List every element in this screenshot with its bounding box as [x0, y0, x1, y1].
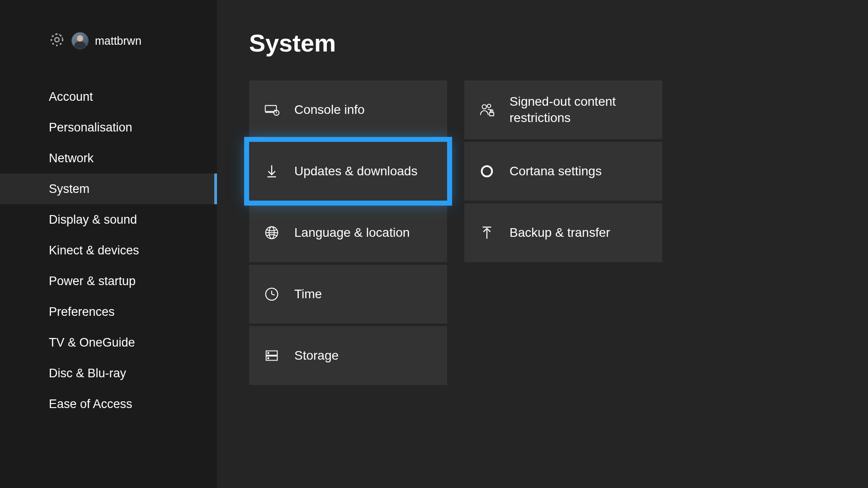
sidebar-item-label: Personalisation — [49, 121, 132, 135]
svg-line-12 — [272, 294, 275, 295]
tile-time[interactable]: Time — [249, 265, 447, 324]
people-lock-icon — [464, 101, 509, 118]
sidebar-item-personalisation[interactable]: Personalisation — [0, 112, 217, 143]
tile-updates-downloads[interactable]: Updates & downloads — [249, 142, 447, 201]
svg-point-0 — [55, 38, 59, 42]
sidebar-item-kinect-devices[interactable]: Kinect & devices — [0, 235, 217, 266]
sidebar-item-tv-oneguide[interactable]: TV & OneGuide — [0, 327, 217, 358]
svg-point-18 — [487, 104, 491, 108]
svg-point-15 — [268, 352, 269, 353]
sidebar-item-label: TV & OneGuide — [49, 336, 135, 350]
tile-label: Language & location — [294, 225, 419, 241]
tile-cortana-settings[interactable]: Cortana settings — [464, 142, 662, 201]
main-content: System Console info — [217, 0, 868, 488]
sidebar-item-label: Disc & Blu-ray — [49, 366, 126, 380]
sidebar-item-label: Preferences — [49, 305, 115, 319]
storage-icon — [249, 347, 294, 364]
svg-point-17 — [482, 105, 487, 109]
nav-list: Account Personalisation Network System D… — [0, 81, 217, 419]
tile-label: Cortana settings — [509, 163, 611, 179]
sidebar: mattbrwn Account Personalisation Network… — [0, 0, 217, 488]
svg-point-20 — [482, 166, 492, 177]
cortana-circle-icon — [464, 163, 509, 180]
tile-grid: Console info Updates & downloads — [249, 80, 868, 385]
svg-rect-19 — [490, 113, 494, 116]
avatar[interactable] — [71, 32, 89, 49]
sidebar-item-label: Ease of Access — [49, 397, 132, 411]
sidebar-item-system[interactable]: System — [0, 174, 217, 204]
page-title: System — [249, 29, 868, 57]
tile-label: Backup & transfer — [509, 225, 619, 241]
tile-label: Console info — [294, 102, 374, 118]
globe-icon — [249, 224, 294, 241]
sidebar-item-label: Kinect & devices — [49, 244, 139, 258]
svg-point-16 — [268, 357, 269, 358]
tile-storage[interactable]: Storage — [249, 326, 447, 385]
sidebar-item-label: Network — [49, 151, 94, 165]
sidebar-item-disc-bluray[interactable]: Disc & Blu-ray — [0, 358, 217, 389]
settings-gear-icon[interactable] — [49, 32, 65, 50]
username-label: mattbrwn — [95, 34, 142, 47]
tile-signed-out-restrictions[interactable]: Signed-out content restrictions — [464, 80, 662, 139]
sidebar-header: mattbrwn — [0, 32, 217, 50]
upload-icon — [464, 224, 509, 241]
tile-console-info[interactable]: Console info — [249, 80, 447, 139]
tile-column-2: Signed-out content restrictions Cortana … — [464, 80, 662, 385]
console-info-icon — [249, 101, 294, 118]
sidebar-item-label: Power & startup — [49, 274, 136, 288]
sidebar-item-ease-of-access[interactable]: Ease of Access — [0, 389, 217, 419]
download-icon — [249, 163, 294, 180]
sidebar-item-display-sound[interactable]: Display & sound — [0, 204, 217, 235]
sidebar-item-power-startup[interactable]: Power & startup — [0, 266, 217, 296]
tile-label: Updates & downloads — [294, 163, 426, 179]
tile-language-location[interactable]: Language & location — [249, 203, 447, 262]
sidebar-item-label: System — [49, 182, 90, 196]
sidebar-item-label: Display & sound — [49, 213, 137, 227]
sidebar-item-label: Account — [49, 90, 93, 104]
sidebar-item-network[interactable]: Network — [0, 143, 217, 174]
tile-column-1: Console info Updates & downloads — [249, 80, 447, 385]
tile-label: Time — [294, 286, 331, 302]
tile-backup-transfer[interactable]: Backup & transfer — [464, 203, 662, 262]
sidebar-item-preferences[interactable]: Preferences — [0, 296, 217, 327]
clock-icon — [249, 286, 294, 303]
sidebar-item-account[interactable]: Account — [0, 81, 217, 112]
tile-label: Signed-out content restrictions — [509, 94, 662, 127]
tile-label: Storage — [294, 347, 348, 364]
